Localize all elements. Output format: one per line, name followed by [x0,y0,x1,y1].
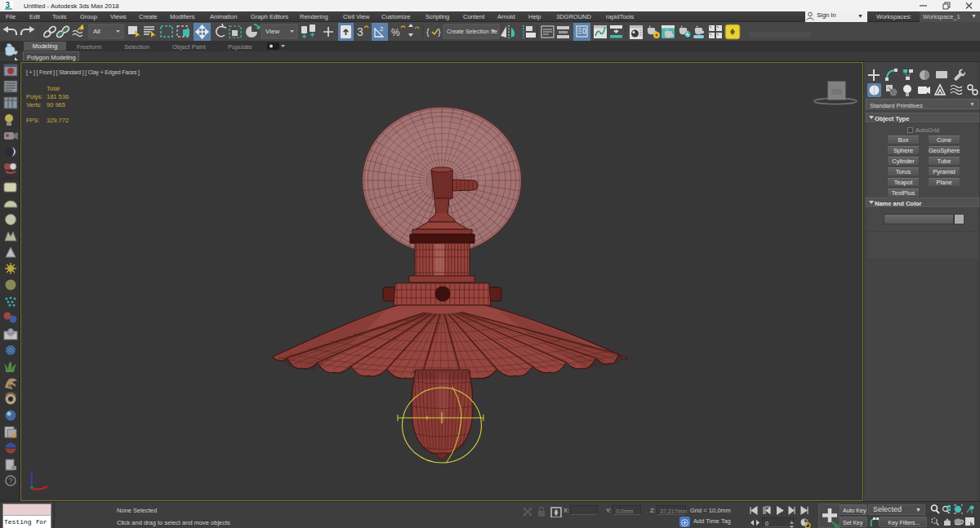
svg-text:3: 3 [357,25,363,38]
svg-text:}: } [438,27,441,37]
svg-text:HF: HF [8,384,14,388]
svg-text:Create Selection Se: Create Selection Se [447,29,497,34]
svg-text:?: ? [9,477,13,485]
svg-text:All: All [93,28,100,35]
svg-text:{: { [426,27,430,37]
svg-text:%: % [391,27,400,38]
svg-text:2: 2 [380,25,384,33]
svg-text:View: View [265,28,279,35]
